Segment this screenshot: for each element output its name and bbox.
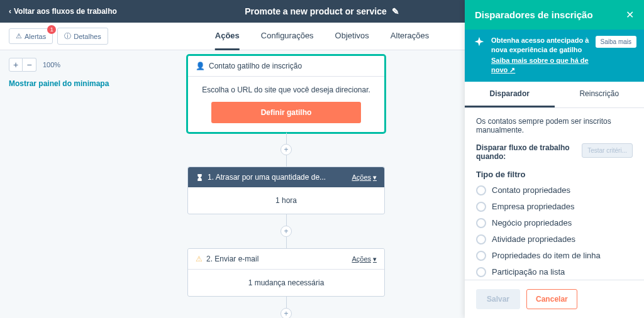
- delay-card[interactable]: 1. Atrasar por uma quantidade de... Açõe…: [187, 167, 385, 214]
- minimap-toggle[interactable]: Mostrar painel do minimapa: [9, 79, 109, 88]
- trigger-card-head: 👤 Contato gatilho de inscrição: [188, 56, 384, 77]
- email-card-head: ⚠2. Enviar e-mail Ações▾: [188, 249, 384, 270]
- close-icon[interactable]: ✕: [626, 9, 634, 21]
- side-panel: Disparadores de inscrição ✕ Obtenha aces…: [465, 0, 644, 318]
- email-card[interactable]: ⚠2. Enviar e-mail Ações▾ 1 mudança neces…: [187, 248, 385, 297]
- panel-tab-disparador[interactable]: Disparador: [465, 82, 555, 107]
- filter-label: Atividade propriedades: [492, 234, 575, 244]
- tab-config[interactable]: Configurações: [261, 23, 314, 50]
- back-link[interactable]: ‹Voltar aos fluxos de trabalho: [9, 7, 117, 16]
- filter-label: Empresa propriedades: [492, 202, 575, 211]
- tab-objetivos[interactable]: Objetivos: [335, 23, 369, 50]
- chevron-left-icon: ‹: [9, 7, 11, 16]
- external-link-icon: ↗: [509, 66, 515, 74]
- panel-title: Disparadores de inscrição: [475, 9, 593, 20]
- warning-icon: ⚠: [196, 255, 203, 263]
- save-button: Salvar: [476, 289, 520, 309]
- promo-button[interactable]: Saiba mais: [596, 36, 636, 48]
- details-label: Detalhes: [74, 33, 101, 40]
- radio-icon: [476, 251, 486, 261]
- test-criteria-button[interactable]: Testar critéri...: [582, 143, 633, 158]
- filter-label: Propriedades do item de linha: [492, 251, 601, 260]
- filter-option[interactable]: Contato propriedades: [476, 185, 633, 195]
- panel-info-text: Os contatos sempre podem ser inscritos m…: [476, 117, 633, 134]
- alerts-badge: 1: [47, 25, 56, 34]
- alerts-label: Alertas: [25, 33, 46, 40]
- filter-option[interactable]: Negócio propriedades: [476, 218, 633, 228]
- email-body: 1 mudança necessária: [188, 270, 384, 296]
- trigger-card[interactable]: 👤 Contato gatilho de inscrição Escolha o…: [187, 55, 385, 133]
- filter-label: Participação na lista: [492, 267, 565, 277]
- promo-link[interactable]: Saiba mais sobre o que há de novo ↗: [491, 56, 591, 75]
- hourglass-icon: [196, 173, 204, 182]
- edit-title-icon[interactable]: ✎: [392, 6, 399, 16]
- connector: [286, 214, 287, 226]
- connector: [286, 155, 287, 167]
- sparkle-icon: [472, 36, 486, 50]
- chevron-down-icon: ▾: [373, 255, 377, 263]
- radio-icon: [476, 218, 486, 228]
- radio-icon: [476, 267, 486, 277]
- email-head-label: 2. Enviar e-mail: [206, 255, 258, 263]
- page-title: Promote a new product or service: [245, 6, 387, 16]
- add-step-button[interactable]: +: [280, 226, 292, 237]
- connector: [286, 133, 287, 144]
- delay-actions-link[interactable]: Ações▾: [352, 173, 377, 182]
- cancel-button[interactable]: Cancelar: [526, 289, 577, 309]
- add-step-button[interactable]: +: [280, 308, 292, 318]
- radio-icon: [476, 185, 486, 195]
- add-step-button[interactable]: +: [280, 144, 292, 155]
- zoom-out-button[interactable]: −: [23, 58, 36, 72]
- info-icon: ⓘ: [64, 31, 71, 41]
- alerts-button[interactable]: ⚠ Alertas 1: [9, 28, 53, 44]
- connector: [286, 297, 287, 308]
- promo-headline: Obtenha acesso antecipado à nova experiê…: [491, 36, 589, 53]
- panel-tab-reinscricao[interactable]: Reinscrição: [555, 82, 645, 107]
- warning-icon: ⚠: [16, 32, 22, 40]
- delay-body: 1 hora: [188, 187, 384, 214]
- filter-label: Negócio propriedades: [492, 218, 572, 228]
- delay-card-head: 1. Atrasar por uma quantidade de... Açõe…: [188, 167, 384, 187]
- filter-option[interactable]: Participação na lista: [476, 267, 633, 277]
- details-button[interactable]: ⓘ Detalhes: [57, 28, 108, 45]
- chevron-down-icon: ▾: [373, 173, 377, 182]
- zoom-percent: 100%: [43, 61, 60, 69]
- filter-option[interactable]: Atividade propriedades: [476, 234, 633, 244]
- connector: [286, 237, 287, 248]
- tab-alteracoes[interactable]: Alterações: [391, 23, 429, 50]
- promo-banner: Obtenha acesso antecipado à nova experiê…: [465, 30, 644, 82]
- filter-option[interactable]: Propriedades do item de linha: [476, 251, 633, 261]
- trigger-body-text: Escolha o URL do site que você deseja di…: [199, 85, 373, 94]
- delay-head-label: 1. Atrasar por uma quantidade de...: [208, 173, 326, 182]
- trigger-when-label: Disparar fluxo de trabalho quando:: [476, 143, 570, 161]
- define-trigger-button[interactable]: Definir gatilho: [211, 102, 360, 123]
- filter-type-heading: Tipo de filtro: [476, 170, 633, 179]
- zoom-in-button[interactable]: +: [9, 58, 23, 72]
- filter-label: Contato propriedades: [492, 185, 570, 195]
- radio-icon: [476, 202, 486, 212]
- email-actions-link[interactable]: Ações▾: [352, 255, 377, 263]
- filter-option[interactable]: Empresa propriedades: [476, 202, 633, 212]
- back-label: Voltar aos fluxos de trabalho: [14, 7, 117, 16]
- tab-acoes[interactable]: Ações: [215, 23, 240, 50]
- trigger-head-label: Contato gatilho de inscrição: [209, 62, 302, 70]
- radio-icon: [476, 234, 486, 244]
- person-icon: 👤: [196, 62, 205, 70]
